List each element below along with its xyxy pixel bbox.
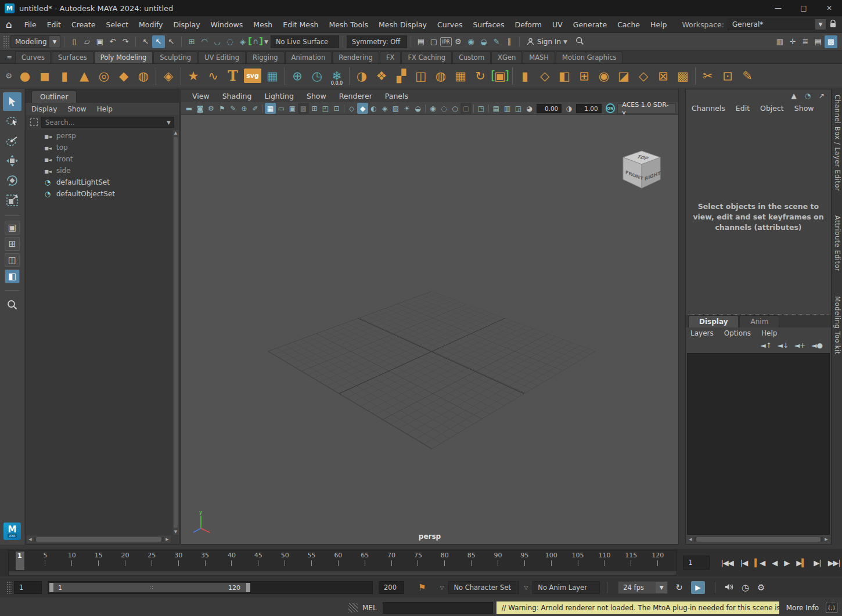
anti-aliasing-icon[interactable]: ○ [449,103,460,114]
viewport-menu-shading[interactable]: Shading [217,92,257,100]
bridge-icon[interactable]: ◇ [535,66,555,87]
menu-help[interactable]: Help [645,20,672,29]
textured-icon[interactable]: ◐ [368,103,379,114]
outliner-node-front[interactable]: front [26,153,172,165]
outliner-tab[interactable]: Outliner [31,91,77,103]
move-layer-up-icon[interactable]: ◄↑ [760,341,771,350]
channel-box-menu-edit[interactable]: Edit [736,104,750,113]
safe-title-icon[interactable]: ⊡ [331,103,342,114]
mirror-icon[interactable]: ◫ [411,66,431,87]
use-default-material-icon[interactable]: ◈ [379,103,390,114]
shadows-icon[interactable]: ◒ [412,103,423,114]
render-current-frame-icon[interactable]: ▢ [427,35,440,48]
motion-blur-icon[interactable]: ◌ [438,103,449,114]
poly-cube-icon[interactable]: ◼ [35,66,55,87]
play-forwards-button[interactable]: ▶ [782,557,791,568]
menu-edit-mesh[interactable]: Edit Mesh [278,20,323,29]
go-to-start-button[interactable]: |◀◀ [719,557,735,568]
make-live-icon[interactable]: ◈ [236,35,249,48]
script-editor-icon[interactable]: {;} [826,603,837,613]
menu-mesh-display[interactable]: Mesh Display [373,20,432,29]
gate-mask-icon[interactable]: ▩ [298,103,309,114]
workspace-select[interactable]: General* ▼ [728,19,826,30]
sidebar-tab-modeling-toolkit[interactable]: Modeling Toolkit [833,296,841,355]
single-pane-layout-button[interactable]: ▣ [5,221,20,235]
menu-windows[interactable]: Windows [206,20,249,29]
export-snapshot-icon[interactable]: ◲ [513,103,524,114]
two-pane-layout-button[interactable]: ◫ [5,253,20,267]
freeze-transformations-icon[interactable]: ❄0,0,0 [327,66,347,87]
shelf-separator[interactable] [153,66,159,87]
sculpt-mesh-icon[interactable]: ◉ [594,66,614,87]
poly-plane-icon[interactable]: ◆ [114,66,134,87]
scrollbar-thumb[interactable] [36,537,161,542]
undo-icon[interactable]: ↶ [106,35,119,48]
vp-separator[interactable] [487,103,491,114]
shelf-tab-custom[interactable]: Custom [452,51,491,63]
bookmark-icon[interactable]: ⚑ [217,103,228,114]
wireframe-on-shaded-icon[interactable]: ▨ [390,103,401,114]
redo-icon[interactable]: ↷ [119,35,132,48]
channel-speed-icon[interactable]: ◔ [803,91,812,100]
gamma-field[interactable]: 1.00 [576,104,601,113]
snap-to-view-planes-icon[interactable]: ∩ [249,35,262,48]
channel-box-menu-show[interactable]: Show [794,104,814,113]
layer-menu-layers[interactable]: Layers [690,329,714,337]
chevron-down-icon[interactable]: ▼ [815,19,826,30]
smooth-icon[interactable]: ◍ [431,66,451,87]
channel-box-menu-channels[interactable]: Channels [692,104,725,113]
animation-start-field[interactable] [14,581,42,594]
resolution-gate-icon[interactable]: ▣ [287,103,298,114]
shelf-tab-uv-editing[interactable]: UV Editing [198,51,246,63]
shelf-tab-fx[interactable]: FX [380,51,401,63]
view-cube[interactable]: TOP FRONT RIGHT [619,147,664,197]
filter-icon[interactable] [30,118,38,126]
poly-cylinder-icon[interactable]: ▮ [55,66,74,87]
anim-layer-select[interactable]: No Anim Layer [532,581,600,594]
combine-icon[interactable]: ❖ [372,66,391,87]
snap-to-points-icon[interactable]: ◡ [211,35,224,48]
pause-viewport-icon[interactable]: ‖ [503,35,516,48]
outliner-node-defaultobjectset[interactable]: defaultObjectSet [26,188,172,200]
sign-in-button[interactable]: Sign In ▼ [523,35,573,48]
open-scene-icon[interactable]: ▱ [81,35,93,48]
zoom-tool[interactable] [3,296,21,314]
shelf-tab-surfaces[interactable]: Surfaces [52,51,93,63]
shelf-gear-icon[interactable]: ⚙ [2,71,15,80]
outliner-node-defaultlightset[interactable]: defaultLightSet [26,176,172,188]
menu-set-select[interactable]: Modeling ▼ [10,35,60,48]
select-tool[interactable] [3,92,21,111]
smooth-proxy-icon[interactable]: ▩ [673,66,693,87]
step-forward-key-button[interactable]: ▶ [794,557,808,568]
range-grip[interactable] [6,581,12,594]
shelf-menu-icon[interactable]: ≡ [3,54,15,62]
playback-range[interactable]: 1 120 [49,583,250,592]
animation-preferences-icon[interactable]: ⚙ [757,582,765,593]
minimize-button[interactable]: — [765,0,791,16]
exposure-field[interactable]: 0.00 [537,104,562,113]
maximize-button[interactable]: □ [791,0,816,16]
scrollbar-thumb[interactable] [696,537,820,542]
scale-tool[interactable] [3,191,21,210]
lattice-icon[interactable]: ⊠ [653,66,673,87]
shelf-separator[interactable] [178,66,183,87]
menu-curves[interactable]: Curves [432,20,467,29]
channel-graph-icon[interactable]: ↗ [817,91,826,100]
curve-ribbon-icon[interactable]: ∿ [203,66,223,87]
four-pane-layout-button[interactable]: ⊞ [5,237,20,251]
menu-display[interactable]: Display [168,20,205,29]
shelf-tab-rendering[interactable]: Rendering [332,51,379,63]
menu-create[interactable]: Create [66,20,101,29]
sidebar-tab-attribute-editor[interactable]: Attribute Editor [833,215,841,271]
colorspace-select[interactable]: ACES 1.0 SDR-v [617,103,676,114]
grid-toggle-icon[interactable]: ▦ [265,103,276,114]
cut-faces-icon[interactable]: ◪ [614,66,634,87]
playblast-icon[interactable]: ▶ [691,581,705,594]
light-editor-icon[interactable]: ◒ [477,35,490,48]
vp-separator[interactable] [423,103,427,114]
menu-deform[interactable]: Deform [510,20,547,29]
channel-stats-icon[interactable]: ▲ [789,91,798,100]
film-gate-icon[interactable]: ▭ [276,103,287,114]
scroll-right-icon[interactable]: ▶ [164,537,171,542]
range-drag-grip[interactable] [150,586,153,589]
